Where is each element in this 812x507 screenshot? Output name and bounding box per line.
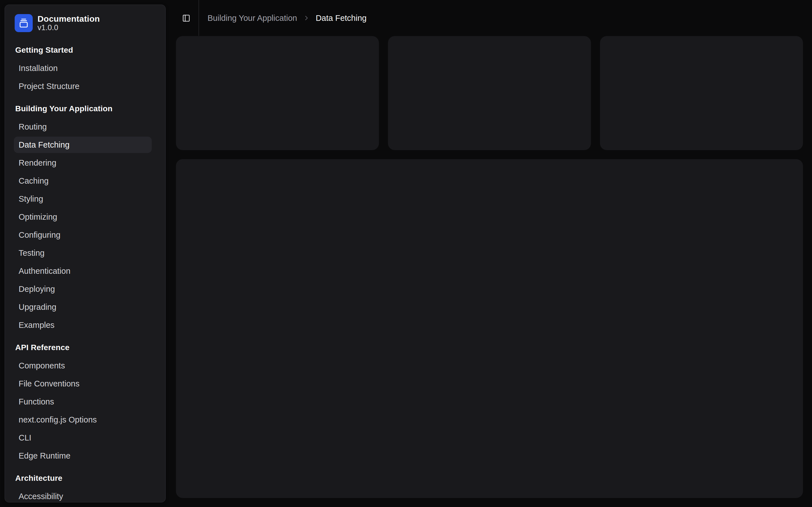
sidebar-menu-row: Styling <box>5 190 165 208</box>
sidebar-menu-row: Accessibility <box>5 487 165 503</box>
page-content <box>176 36 803 498</box>
sidebar-nav: Getting StartedInstallationProject Struc… <box>5 32 165 503</box>
chevron-right-icon <box>303 14 310 22</box>
sidebar-item-upgrading[interactable]: Upgrading <box>14 299 152 315</box>
header-separator <box>199 0 199 36</box>
sidebar-item-rendering[interactable]: Rendering <box>14 155 152 171</box>
sidebar-menu-row: Authentication <box>5 262 165 280</box>
sidebar-item-data-fetching[interactable]: Data Fetching <box>14 136 152 153</box>
sidebar-group-building-your-application: Building Your ApplicationRoutingData Fet… <box>5 100 165 334</box>
sidebar-item-functions[interactable]: Functions <box>14 393 152 410</box>
sidebar-group-getting-started: Getting StartedInstallationProject Struc… <box>5 41 165 95</box>
sidebar-item-file-conventions[interactable]: File Conventions <box>14 376 152 392</box>
sidebar-item-deploying[interactable]: Deploying <box>14 281 152 297</box>
app-version: v1.0.0 <box>38 23 100 32</box>
sidebar-menu-row: Rendering <box>5 154 165 172</box>
sidebar-item-accessibility[interactable]: Accessibility <box>14 488 152 503</box>
sidebar-item-caching[interactable]: Caching <box>14 173 152 189</box>
sidebar-item-components[interactable]: Components <box>14 357 152 374</box>
placeholder-card <box>600 36 803 150</box>
sidebar-menu-row: Deploying <box>5 280 165 298</box>
sidebar-menu-row: Project Structure <box>5 77 165 95</box>
sidebar-item-installation[interactable]: Installation <box>14 60 152 76</box>
app-switcher-button[interactable]: Documentation v1.0.0 <box>10 14 161 32</box>
breadcrumb-link-building-your-application[interactable]: Building Your Application <box>207 13 297 23</box>
sidebar-group-label: API Reference <box>5 339 165 356</box>
main-area: Building Your Application Data Fetching <box>167 0 812 507</box>
sidebar-menu-row: File Conventions <box>5 375 165 393</box>
sidebar-menu-row: Routing <box>5 118 165 136</box>
sidebar-item-configuring[interactable]: Configuring <box>14 227 152 243</box>
sidebar-menu-row: Upgrading <box>5 298 165 316</box>
gallery-vertical-end-icon <box>15 14 33 32</box>
panel-left-icon <box>182 14 190 22</box>
sidebar-header: Documentation v1.0.0 <box>5 5 165 32</box>
breadcrumb: Building Your Application Data Fetching <box>207 0 366 36</box>
sidebar-item-edge-runtime[interactable]: Edge Runtime <box>14 448 152 464</box>
placeholder-card-row <box>176 36 803 150</box>
sidebar: Documentation v1.0.0 Getting StartedInst… <box>4 4 166 503</box>
sidebar-item-project-structure[interactable]: Project Structure <box>14 78 152 94</box>
sidebar-group-architecture: ArchitectureAccessibility <box>5 469 165 503</box>
sidebar-toggle-button[interactable] <box>178 10 194 26</box>
sidebar-item-routing[interactable]: Routing <box>14 119 152 135</box>
sidebar-menu-row: Components <box>5 356 165 375</box>
placeholder-card <box>388 36 591 150</box>
sidebar-item-cli[interactable]: CLI <box>14 430 152 446</box>
breadcrumb-current-page: Data Fetching <box>316 13 367 23</box>
app-title: Documentation <box>38 14 100 23</box>
sidebar-menu-row: next.config.js Options <box>5 411 165 429</box>
sidebar-menu-row: Data Fetching <box>5 136 165 154</box>
sidebar-item-examples[interactable]: Examples <box>14 317 152 333</box>
sidebar-menu-row: Optimizing <box>5 208 165 226</box>
sidebar-item-testing[interactable]: Testing <box>14 245 152 261</box>
sidebar-menu-row: Examples <box>5 316 165 334</box>
sidebar-group-label: Building Your Application <box>5 100 165 118</box>
sidebar-group-label: Architecture <box>5 469 165 487</box>
sidebar-menu-row: CLI <box>5 429 165 447</box>
sidebar-menu-row: Configuring <box>5 226 165 244</box>
sidebar-menu-row: Edge Runtime <box>5 447 165 465</box>
sidebar-item-styling[interactable]: Styling <box>14 191 152 207</box>
placeholder-panel <box>176 159 803 498</box>
sidebar-menu-row: Testing <box>5 244 165 262</box>
page-header: Building Your Application Data Fetching <box>167 0 812 36</box>
sidebar-menu-row: Functions <box>5 393 165 411</box>
sidebar-group-label: Getting Started <box>5 41 165 59</box>
placeholder-card <box>176 36 379 150</box>
sidebar-group-api-reference: API ReferenceComponentsFile ConventionsF… <box>5 339 165 465</box>
sidebar-item-next-config-js-options[interactable]: next.config.js Options <box>14 411 152 428</box>
sidebar-item-authentication[interactable]: Authentication <box>14 263 152 279</box>
sidebar-item-optimizing[interactable]: Optimizing <box>14 209 152 225</box>
sidebar-menu-row: Caching <box>5 172 165 190</box>
sidebar-menu-row: Installation <box>5 59 165 77</box>
